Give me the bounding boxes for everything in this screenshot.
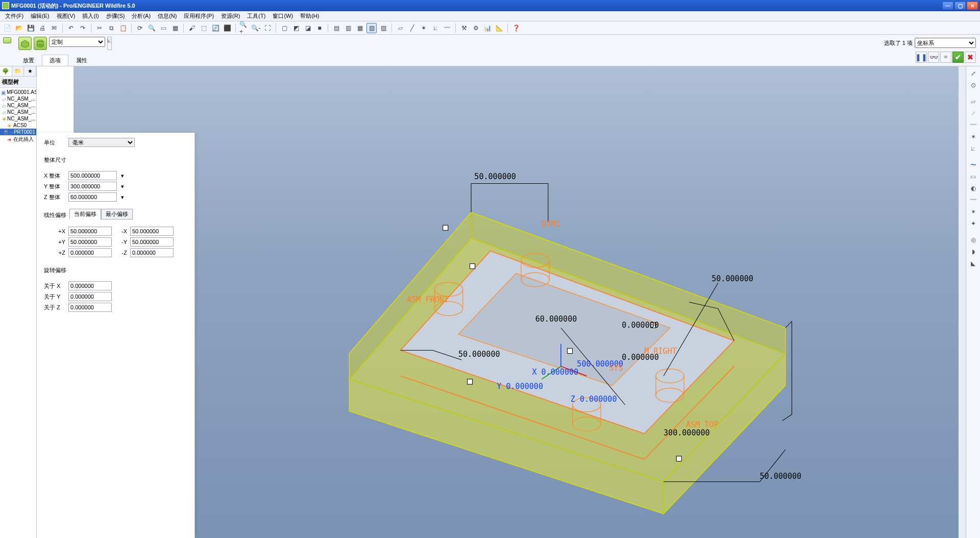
close-button[interactable]: ✕ (967, 2, 978, 10)
z-overall-input[interactable] (68, 192, 117, 202)
axis-icon[interactable]: ⟋ (968, 108, 978, 118)
tool4-icon[interactable]: 📐 (494, 23, 504, 33)
tree-node[interactable]: ✳ACS0 (0, 122, 36, 129)
search-icon[interactable]: 🔍 (146, 23, 157, 33)
hole-icon[interactable]: ◎ (968, 235, 978, 245)
tab-options[interactable]: 选项 (42, 55, 68, 66)
menu-视图[interactable]: 视图(V) (54, 11, 79, 21)
menu-分析[interactable]: 分析(A) (129, 11, 154, 21)
rx-input[interactable] (68, 281, 112, 290)
zoomin-icon[interactable]: 🔍+ (239, 23, 249, 33)
pause-button[interactable]: ❚❚ (916, 52, 927, 63)
selection-filter[interactable]: 坐标系 (915, 38, 976, 48)
menu-窗口[interactable]: 窗口(W) (270, 11, 296, 21)
style-icon[interactable]: ✦ (968, 218, 978, 229)
tab-current-offset[interactable]: 当前偏移 (69, 209, 101, 219)
menu-工具[interactable]: 工具(T) (244, 11, 268, 21)
sketch-icon[interactable]: 〜 (968, 160, 978, 170)
regen-icon[interactable]: ⟳ (135, 23, 145, 33)
cut-icon[interactable]: ✂ (94, 23, 105, 33)
new-icon[interactable]: 📄 (2, 23, 12, 33)
revolve-icon[interactable]: ◐ (968, 183, 978, 193)
blend-icon[interactable]: ✶ (968, 207, 978, 217)
datum-point-icon[interactable]: ✶ (419, 23, 429, 33)
help-icon[interactable]: ❓ (511, 23, 521, 33)
menu-帮助[interactable]: 帮助(H) (297, 11, 322, 21)
menu-资源[interactable]: 资源(R) (218, 11, 243, 21)
open-icon[interactable]: 📂 (14, 23, 24, 33)
viewport[interactable]: 50.000000 50.000000 50.000000 50.000000 … (74, 66, 959, 538)
tree-node[interactable]: ▱NC_ASM_... (0, 102, 36, 109)
layer5-icon[interactable]: ▨ (378, 23, 388, 33)
tree-node[interactable]: ➜在此插入 (0, 135, 36, 143)
ry-input[interactable] (68, 292, 112, 301)
unit-select[interactable]: 毫米 (68, 138, 135, 147)
orient-icon[interactable]: ⬚ (199, 23, 209, 33)
plane-icon[interactable]: ▱ (968, 96, 978, 107)
menu-应用程序[interactable]: 应用程序(P) (181, 11, 217, 21)
paste-icon[interactable]: 📋 (118, 23, 128, 33)
maximize-button[interactable]: ▢ (954, 2, 966, 10)
layer1-icon[interactable]: ▤ (331, 23, 341, 33)
menu-插入[interactable]: 插入(I) (79, 11, 102, 21)
preview-button[interactable]: 👓 (928, 52, 939, 63)
datum-csys-icon[interactable]: ⟀ (430, 23, 440, 33)
rz-input[interactable] (68, 303, 112, 312)
spin-icon[interactable]: 🔄 (210, 23, 220, 33)
datum-curve-icon[interactable]: 〰 (442, 23, 452, 33)
menu-文件[interactable]: 文件(F) (2, 11, 27, 21)
nz-input[interactable] (130, 248, 174, 257)
tool2-icon[interactable]: ⚙ (471, 23, 481, 33)
save-icon[interactable]: 💾 (26, 23, 36, 33)
layer3-icon[interactable]: ▦ (355, 23, 365, 33)
x-overall-input[interactable] (68, 171, 117, 180)
curve-icon[interactable]: 〰 (968, 120, 978, 130)
datum-axis-icon[interactable]: ╱ (407, 23, 417, 33)
tool1-icon[interactable]: ⚒ (459, 23, 469, 33)
extrude-icon[interactable]: ▭ (968, 172, 978, 182)
nav-tab-folder[interactable]: 📁 (12, 66, 24, 76)
ok-button[interactable]: ✔ (952, 52, 964, 63)
display4-icon[interactable]: ■ (314, 23, 325, 33)
chamfer-icon[interactable]: ◣ (968, 258, 978, 268)
pz-input[interactable] (68, 248, 112, 257)
print-icon[interactable]: 🖨 (37, 23, 47, 33)
nav-tab-favorite[interactable]: ★ (24, 66, 36, 76)
y-overall-input[interactable] (68, 182, 117, 191)
sweep-icon[interactable]: 〰 (968, 195, 978, 205)
tree-node[interactable]: ▱NC_ASM_... (0, 95, 36, 102)
menu-步骤[interactable]: 步骤(S) (103, 11, 128, 21)
tab-properties[interactable]: 属性 (68, 55, 95, 66)
csys-pick-icon[interactable]: ⟀ (107, 37, 112, 50)
tree-node[interactable]: ▣MFG0001.ASM (0, 89, 36, 95)
mail-icon[interactable]: ✉ (49, 23, 59, 33)
workpiece-cylinder-icon[interactable] (34, 37, 47, 50)
csys-icon[interactable]: ⟀ (968, 143, 978, 154)
nav-tab-model-tree[interactable]: 🌳 (0, 66, 12, 76)
display2-icon[interactable]: ◩ (291, 23, 301, 33)
menu-编辑[interactable]: 编辑(E) (28, 11, 53, 21)
round-icon[interactable]: ◗ (968, 247, 978, 257)
chain-icon[interactable]: ⚭ (940, 52, 951, 63)
tab-min-offset[interactable]: 最小偏移 (101, 209, 133, 219)
nx-input[interactable] (130, 227, 174, 236)
custom-select[interactable]: 定制 (49, 37, 105, 47)
views-icon[interactable]: ⬛ (222, 23, 232, 33)
py-input[interactable] (68, 237, 112, 247)
tree-node[interactable]: +◇PRT0001 (0, 129, 36, 135)
spin-center-icon[interactable]: ⊙ (968, 80, 978, 90)
undo-icon[interactable]: ↶ (66, 23, 76, 33)
tree-node[interactable]: ✳NC_ASM_... (0, 115, 36, 122)
px-input[interactable] (68, 227, 112, 236)
minimize-button[interactable]: — (942, 2, 953, 10)
display3-icon[interactable]: ◪ (303, 23, 313, 33)
tree-scrollbar[interactable] (959, 66, 966, 538)
workpiece-box-icon[interactable] (18, 37, 32, 50)
copy-icon[interactable]: ⧉ (106, 23, 116, 33)
datum-plane-icon[interactable]: ▱ (395, 23, 405, 33)
point-icon[interactable]: ✶ (968, 132, 978, 142)
layer2-icon[interactable]: ▥ (343, 23, 353, 33)
filter-icon[interactable]: ▦ (170, 23, 180, 33)
tool3-icon[interactable]: 📊 (482, 23, 493, 33)
ny-input[interactable] (130, 237, 174, 247)
